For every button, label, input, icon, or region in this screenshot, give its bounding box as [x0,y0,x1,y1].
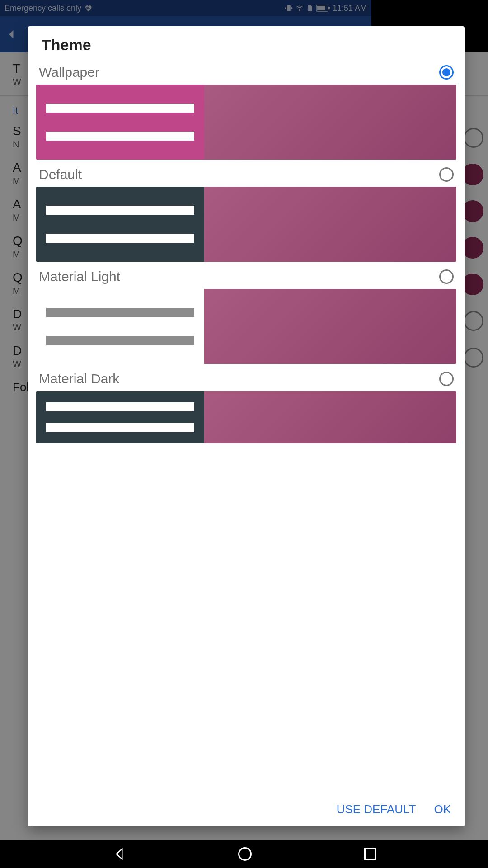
theme-dialog: Theme Wallpaper Default Mate [28,26,371,660]
theme-preview [36,187,371,262]
theme-option-label: Material Dark [39,371,119,387]
theme-option-label: Default [39,167,82,182]
theme-option-label: Wallpaper [39,65,99,80]
theme-preview [36,391,371,443]
theme-option-material-light[interactable]: Material Light [36,262,371,364]
theme-preview [36,85,371,160]
dialog-title: Theme [28,26,371,57]
theme-preview [36,289,371,364]
theme-option-default[interactable]: Default [36,160,371,262]
theme-option-wallpaper[interactable]: Wallpaper [36,57,371,160]
theme-option-label: Material Light [39,269,120,284]
theme-option-material-dark[interactable]: Material Dark [36,364,371,443]
